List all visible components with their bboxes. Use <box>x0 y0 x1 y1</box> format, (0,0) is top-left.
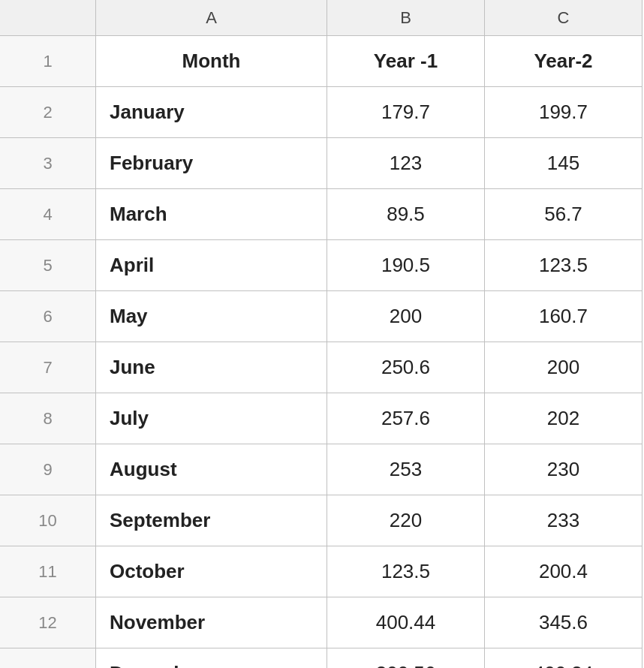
row-number-10: 10 <box>0 495 96 546</box>
row-number-9: 9 <box>0 444 96 495</box>
cell-year2-8[interactable]: 233 <box>485 495 642 546</box>
row-number-5: 5 <box>0 240 96 291</box>
cell-month-0[interactable]: January <box>96 87 327 138</box>
cell-month-3[interactable]: April <box>96 240 327 291</box>
header-month[interactable]: Month <box>96 36 327 87</box>
row-number-6: 6 <box>0 291 96 342</box>
cell-month-10[interactable]: November <box>96 597 327 648</box>
cell-year1-6[interactable]: 257.6 <box>327 393 485 444</box>
header-row: 1 Month Year -1 Year-2 <box>0 36 644 87</box>
row-number-7: 7 <box>0 342 96 393</box>
table-row: 8 July 257.6 202 <box>0 393 644 444</box>
table-row: 10 September 220 233 <box>0 495 644 546</box>
cell-month-7[interactable]: August <box>96 444 327 495</box>
cell-month-2[interactable]: March <box>96 189 327 240</box>
cell-month-11[interactable]: December <box>96 648 327 668</box>
table-row: 7 June 250.6 200 <box>0 342 644 393</box>
cell-month-9[interactable]: October <box>96 546 327 597</box>
row-number-4: 4 <box>0 189 96 240</box>
cell-year2-11[interactable]: 400.34 <box>485 648 642 668</box>
cell-month-8[interactable]: September <box>96 495 327 546</box>
cell-year2-10[interactable]: 345.6 <box>485 597 642 648</box>
header-year2[interactable]: Year-2 <box>485 36 642 87</box>
row-number-8: 8 <box>0 393 96 444</box>
cell-month-4[interactable]: May <box>96 291 327 342</box>
cell-year1-0[interactable]: 179.7 <box>327 87 485 138</box>
cell-year2-7[interactable]: 230 <box>485 444 642 495</box>
column-headers: A B C <box>0 0 644 36</box>
col-header-a: A <box>96 0 327 36</box>
cell-year1-1[interactable]: 123 <box>327 138 485 189</box>
cell-year1-9[interactable]: 123.5 <box>327 546 485 597</box>
cell-year1-2[interactable]: 89.5 <box>327 189 485 240</box>
cell-year2-3[interactable]: 123.5 <box>485 240 642 291</box>
cell-month-6[interactable]: July <box>96 393 327 444</box>
cell-year2-1[interactable]: 145 <box>485 138 642 189</box>
cell-year1-3[interactable]: 190.5 <box>327 240 485 291</box>
row-number-3: 3 <box>0 138 96 189</box>
spreadsheet: A B C 1 Month Year -1 Year-2 2 January 1… <box>0 0 644 668</box>
row-number-12: 12 <box>0 597 96 648</box>
table-row: 4 March 89.5 56.7 <box>0 189 644 240</box>
cell-year1-7[interactable]: 253 <box>327 444 485 495</box>
col-header-b: B <box>327 0 485 36</box>
corner-cell <box>0 0 96 36</box>
table-row: 11 October 123.5 200.4 <box>0 546 644 597</box>
cell-year1-4[interactable]: 200 <box>327 291 485 342</box>
col-header-c: C <box>485 0 642 36</box>
cell-year2-0[interactable]: 199.7 <box>485 87 642 138</box>
table-row: 9 August 253 230 <box>0 444 644 495</box>
table-row: 3 February 123 145 <box>0 138 644 189</box>
data-rows: 2 January 179.7 199.7 3 February 123 145… <box>0 87 644 668</box>
table-row: 13 December 300.56 400.34 <box>0 648 644 668</box>
cell-year2-4[interactable]: 160.7 <box>485 291 642 342</box>
cell-year1-10[interactable]: 400.44 <box>327 597 485 648</box>
cell-year1-5[interactable]: 250.6 <box>327 342 485 393</box>
cell-year2-9[interactable]: 200.4 <box>485 546 642 597</box>
cell-month-5[interactable]: June <box>96 342 327 393</box>
row-number-1: 1 <box>0 36 96 87</box>
header-year1[interactable]: Year -1 <box>327 36 485 87</box>
table-row: 2 January 179.7 199.7 <box>0 87 644 138</box>
row-number-11: 11 <box>0 546 96 597</box>
row-number-13: 13 <box>0 648 96 668</box>
cell-year2-2[interactable]: 56.7 <box>485 189 642 240</box>
cell-year2-6[interactable]: 202 <box>485 393 642 444</box>
table-row: 5 April 190.5 123.5 <box>0 240 644 291</box>
table-row: 12 November 400.44 345.6 <box>0 597 644 648</box>
cell-year1-8[interactable]: 220 <box>327 495 485 546</box>
cell-year1-11[interactable]: 300.56 <box>327 648 485 668</box>
cell-month-1[interactable]: February <box>96 138 327 189</box>
row-number-2: 2 <box>0 87 96 138</box>
table-row: 6 May 200 160.7 <box>0 291 644 342</box>
cell-year2-5[interactable]: 200 <box>485 342 642 393</box>
